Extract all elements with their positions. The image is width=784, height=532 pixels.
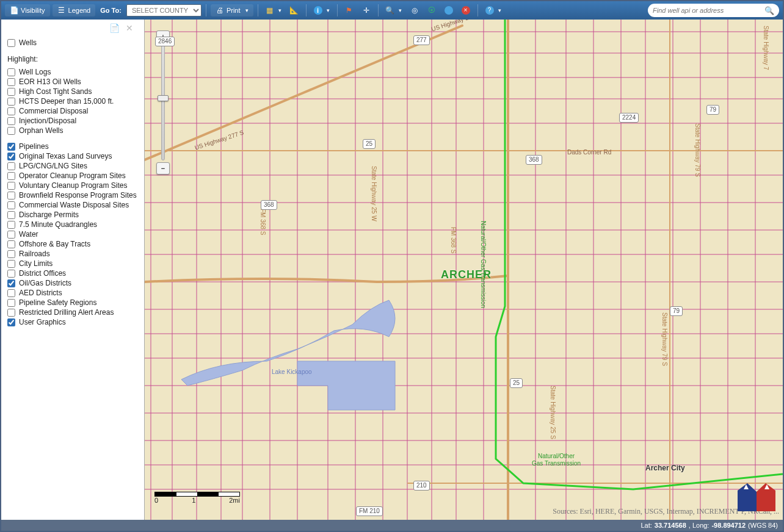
layer-checkbox[interactable] <box>7 182 15 190</box>
county-select[interactable]: SELECT COUNTY <box>126 4 201 16</box>
target-button[interactable]: ✛ <box>359 4 374 16</box>
legend-button[interactable]: ☰ Legend <box>53 4 96 16</box>
layer-item[interactable]: Operator Cleanup Program Sites <box>7 171 138 181</box>
layer-label: User Graphics <box>19 318 66 326</box>
separator <box>337 4 338 16</box>
separator <box>258 4 258 16</box>
zoom-handle[interactable] <box>158 95 169 101</box>
layer-checkbox[interactable] <box>7 153 15 160</box>
wells-toggle[interactable]: Wells <box>7 38 138 48</box>
highlight-item[interactable]: Commercial Disposal <box>7 106 138 116</box>
layer-checkbox[interactable] <box>7 289 15 297</box>
highlight-checkbox[interactable] <box>7 78 15 86</box>
road-pill-2224: 2224 <box>619 113 639 123</box>
layer-checkbox[interactable] <box>7 192 15 200</box>
hwy-7-label: State Highway 7 <box>763 26 769 70</box>
layer-checkbox[interactable] <box>7 260 15 268</box>
separator <box>206 4 206 16</box>
help-icon: ? <box>485 6 494 15</box>
export-pdf-icon[interactable]: 📄 <box>109 23 120 33</box>
close-button[interactable]: × <box>459 4 473 16</box>
layer-item[interactable]: Discharge Permits <box>7 210 138 220</box>
highlight-item[interactable]: Injection/Disposal <box>7 116 138 126</box>
highlight-item[interactable]: EOR H13 Oil Wells <box>7 77 138 87</box>
lake-label: Lake Kickapoo <box>272 368 312 375</box>
search-icon[interactable]: 🔍 <box>764 6 774 15</box>
layer-item[interactable]: Voluntary Cleanup Program Sites <box>7 181 138 190</box>
layer-item[interactable]: Railroads <box>7 249 138 259</box>
layer-item[interactable]: Original Texas Land Surveys <box>7 151 138 161</box>
layer-item[interactable]: AED Districts <box>7 288 138 298</box>
magnifier-icon: 🔍 <box>386 6 394 15</box>
highlight-checkbox[interactable] <box>7 127 15 135</box>
info-button[interactable]: i <box>311 4 333 16</box>
goto-label: Go To: <box>98 7 124 14</box>
layer-checkbox[interactable] <box>7 172 15 180</box>
highlight-item[interactable]: Well Logs <box>7 67 138 77</box>
highlight-checkbox[interactable] <box>7 68 15 76</box>
flag-button[interactable]: ⚑ <box>342 4 357 16</box>
layer-label: Offshore & Bay Tracts <box>19 240 90 248</box>
map-viewport[interactable]: + − ARCHER Archer City Lake Kickapoo Dad… <box>145 20 783 520</box>
grid-icon: ▦ <box>266 6 274 15</box>
layer-item[interactable]: 7.5 Minute Quadrangles <box>7 220 138 229</box>
layer-checkbox[interactable] <box>7 221 15 229</box>
wells-checkbox[interactable] <box>7 39 15 47</box>
layer-checkbox[interactable] <box>7 250 15 258</box>
layer-item[interactable]: City Limits <box>7 259 138 268</box>
layer-item[interactable]: District Offices <box>7 268 138 278</box>
highlight-checkbox[interactable] <box>7 98 15 106</box>
layer-checkbox[interactable] <box>7 270 15 278</box>
search-box[interactable]: 🔍 <box>648 4 779 17</box>
layer-item[interactable]: Restricted Drilling Alert Areas <box>7 307 138 317</box>
layer-label: Commercial Waste Disposal Sites <box>19 201 129 209</box>
help-button[interactable]: ? <box>482 4 504 16</box>
layer-checkbox[interactable] <box>7 240 15 248</box>
long-label: , Long: <box>689 522 710 529</box>
layer-item[interactable]: Commercial Waste Disposal Sites <box>7 200 138 210</box>
layer-checkbox[interactable] <box>7 299 15 307</box>
print-button[interactable]: 🖨 Print <box>211 4 253 16</box>
layer-item[interactable]: LPG/CNG/LNG Sites <box>7 161 138 171</box>
visibility-button[interactable]: 📄 Visibility <box>5 4 50 16</box>
hwy-79s-label-2: State Highway 79 S <box>694 123 701 177</box>
zoom-out-button[interactable]: − <box>156 162 170 174</box>
basemap-button[interactable]: ▦ <box>263 4 285 16</box>
zoom-track[interactable] <box>161 45 165 160</box>
layer-checkbox[interactable] <box>7 279 15 287</box>
highlight-item[interactable]: HCTS Deeper than 15,000 ft. <box>7 96 138 106</box>
proj-value: (WGS 84) <box>748 522 778 529</box>
locate-button[interactable]: ⦿ <box>424 4 439 16</box>
search-input[interactable] <box>653 7 761 14</box>
layer-item[interactable]: Brownfield Response Program Sites <box>7 190 138 200</box>
zoom-slider[interactable]: + − <box>156 31 170 174</box>
layer-checkbox[interactable] <box>7 201 15 209</box>
highlight-item[interactable]: Orphan Wells <box>7 126 138 135</box>
layer-checkbox[interactable] <box>7 143 15 151</box>
printer-icon: 🖨 <box>216 6 224 15</box>
layer-item[interactable]: Water <box>7 229 138 239</box>
layer-checkbox[interactable] <box>7 318 15 326</box>
layer-checkbox[interactable] <box>7 309 15 317</box>
layer-item[interactable]: Oil/Gas Districts <box>7 278 138 288</box>
layer-label: Water <box>19 230 38 239</box>
layer-checkbox[interactable] <box>7 162 15 170</box>
highlight-label: HCTS Deeper than 15,000 ft. <box>19 97 114 106</box>
layer-checkbox[interactable] <box>7 211 15 219</box>
globe-button[interactable] <box>441 4 456 16</box>
highlight-checkbox[interactable] <box>7 107 15 115</box>
layer-item[interactable]: User Graphics <box>7 317 138 327</box>
close-panel-icon[interactable]: ✕ <box>126 23 133 33</box>
layer-item[interactable]: Pipeline Safety Regions <box>7 298 138 307</box>
highlight-item[interactable]: High Cost Tight Sands <box>7 87 138 96</box>
layer-item[interactable]: Pipelines <box>7 142 138 151</box>
highlight-checkbox[interactable] <box>7 88 15 96</box>
measure-button[interactable]: 📐 <box>287 4 302 16</box>
zoom-button[interactable]: 🔍 <box>383 4 405 16</box>
layer-label: Original Texas Land Surveys <box>19 152 112 160</box>
highlight-checkbox[interactable] <box>7 117 15 125</box>
layer-item[interactable]: Offshore & Bay Tracts <box>7 239 138 249</box>
select-circle-button[interactable]: ◎ <box>407 4 422 16</box>
layer-checkbox[interactable] <box>7 231 15 239</box>
layer-label: 7.5 Minute Quadrangles <box>19 220 97 229</box>
